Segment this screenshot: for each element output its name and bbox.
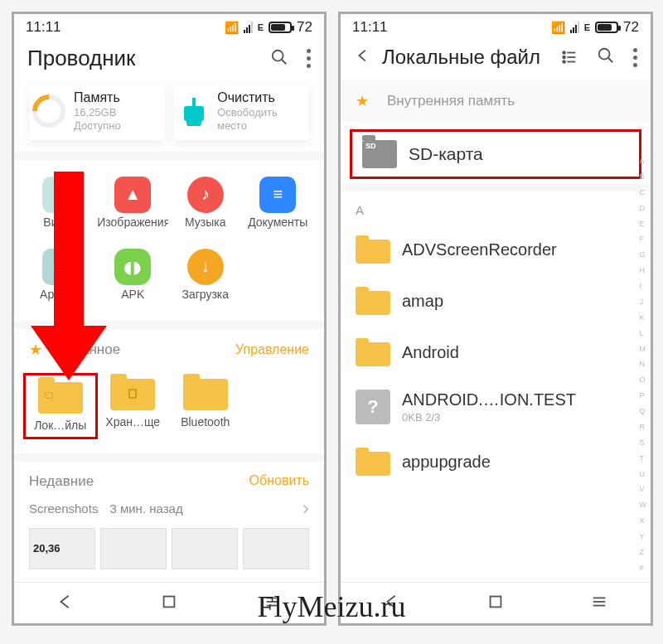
folder-row-android[interactable]: Android bbox=[341, 327, 651, 378]
svg-line-1 bbox=[282, 59, 287, 64]
clean-sub: Освободить место bbox=[217, 106, 306, 133]
cat-archives[interactable]: ⬚ Архивы bbox=[24, 249, 97, 301]
folder-row-amap[interactable]: amap bbox=[341, 275, 651, 327]
recent-refresh-button[interactable]: Обновить bbox=[249, 473, 309, 490]
fav-bar[interactable]: ★ Внутренняя память bbox=[341, 80, 651, 122]
music-icon: ♪ bbox=[187, 177, 224, 213]
images-icon: ▲ bbox=[114, 177, 151, 213]
folder-row-advscreenrecorder[interactable]: ADVScreenRecorder bbox=[341, 224, 651, 275]
sd-card-row[interactable]: SD SD-карта bbox=[347, 127, 644, 182]
nav-back-icon[interactable] bbox=[56, 593, 75, 614]
status-time: 11:11 bbox=[352, 19, 388, 36]
recent-thumbnails bbox=[14, 525, 324, 573]
file-row-android-test[interactable]: ? ANDROID.…ION.TEST 0KB 2/3 bbox=[341, 378, 651, 436]
status-bar: 11:11 E 72 bbox=[14, 14, 324, 37]
sd-label: SD-карта bbox=[409, 144, 483, 164]
search-icon[interactable] bbox=[270, 48, 288, 70]
folder-locked-icon bbox=[110, 374, 155, 410]
favorites-title: Избранное bbox=[49, 341, 235, 358]
list-icon[interactable] bbox=[560, 48, 578, 66]
more-icon[interactable] bbox=[633, 48, 637, 67]
fav-label-vault: Хран…ще bbox=[105, 415, 160, 429]
file-name: ADVScreenRecorder bbox=[402, 240, 636, 259]
thumbnail[interactable] bbox=[243, 528, 309, 569]
docs-icon: ≡ bbox=[259, 177, 296, 213]
apk-icon: ◖◗ bbox=[114, 249, 151, 285]
chevron-right-icon: › bbox=[302, 496, 309, 520]
nav-recent-icon[interactable] bbox=[590, 593, 608, 614]
more-icon[interactable] bbox=[307, 49, 311, 68]
svg-rect-14 bbox=[491, 596, 501, 607]
cat-music[interactable]: ♪ Музыка bbox=[169, 177, 242, 229]
svg-point-8 bbox=[563, 56, 565, 59]
fav-local-files[interactable]: Лок…йлы bbox=[24, 374, 97, 438]
svg-line-13 bbox=[608, 58, 613, 63]
thumbnail[interactable] bbox=[29, 528, 95, 569]
cat-apk[interactable]: ◖◗ APK bbox=[97, 249, 170, 301]
recent-group-name: Screenshots bbox=[29, 501, 98, 516]
alpha-index[interactable]: ABCDEFGHIJKLMNOPQRSTUVWXYZ# bbox=[638, 153, 649, 575]
nav-back-icon[interactable] bbox=[383, 593, 401, 614]
thumbnail[interactable] bbox=[172, 528, 238, 569]
back-icon[interactable] bbox=[354, 46, 372, 68]
cat-label-images: Изображения bbox=[97, 216, 168, 229]
search-icon[interactable] bbox=[597, 46, 615, 68]
star-icon: ★ bbox=[356, 92, 369, 110]
page-title: Проводник bbox=[27, 46, 270, 71]
recent-header: Недавние Обновить bbox=[14, 462, 324, 496]
folder-icon bbox=[356, 448, 390, 476]
nav-bar bbox=[14, 582, 324, 623]
fav-label-bt: Bluetooth bbox=[181, 415, 230, 429]
nav-home-icon[interactable] bbox=[486, 593, 505, 614]
cat-label-arch: Архивы bbox=[40, 288, 80, 301]
memory-sub: Доступно bbox=[74, 119, 121, 133]
cat-docs[interactable]: ≡ Документы bbox=[242, 177, 315, 229]
nav-recent-icon[interactable] bbox=[264, 593, 282, 614]
star-icon: ★ bbox=[29, 341, 42, 359]
cat-label-apk: APK bbox=[121, 288, 144, 301]
recent-row[interactable]: Screenshots 3 мин. назад › bbox=[14, 496, 324, 525]
storage-cards-row: Память 16,25GB Доступно Очистить Освобод… bbox=[14, 83, 324, 152]
recent-group-time: 3 мин. назад bbox=[109, 501, 182, 516]
favorites-manage-button[interactable]: Управление bbox=[235, 342, 309, 357]
svg-rect-2 bbox=[164, 596, 175, 607]
cat-label-dl: Загрузка bbox=[181, 288, 229, 301]
nav-bar bbox=[341, 582, 651, 623]
video-icon: ▶ bbox=[42, 177, 79, 213]
status-right: E 72 bbox=[551, 19, 639, 36]
favorites-header: ★ Избранное Управление bbox=[14, 329, 324, 370]
cat-label-video: Видео bbox=[43, 216, 77, 229]
signal-icon bbox=[244, 22, 253, 33]
cat-images[interactable]: ▲ Изображения bbox=[97, 177, 170, 229]
folder-icon bbox=[356, 338, 390, 366]
cat-label-docs: Документы bbox=[248, 216, 307, 229]
fav-vault[interactable]: Хран…ще bbox=[97, 374, 170, 438]
memory-label: Память bbox=[74, 90, 121, 106]
nav-home-icon[interactable] bbox=[160, 593, 178, 614]
favorites-grid: Лок…йлы Хран…ще Bluetooth bbox=[14, 370, 324, 453]
svg-point-0 bbox=[273, 50, 283, 61]
storage-clean-card[interactable]: Очистить Освободить место bbox=[174, 83, 309, 140]
file-name: Android bbox=[402, 343, 636, 362]
app-header: Локальные файл bbox=[341, 37, 651, 80]
fav-bar-label: Внутренняя память bbox=[387, 93, 515, 109]
thumbnail[interactable] bbox=[100, 528, 167, 569]
fav-label-local: Лок…йлы bbox=[34, 419, 86, 432]
status-right: E 72 bbox=[225, 19, 312, 36]
storage-memory-card[interactable]: Память 16,25GB Доступно bbox=[29, 83, 164, 140]
sd-folder-icon: SD bbox=[362, 140, 397, 168]
svg-point-6 bbox=[563, 51, 565, 54]
cat-downloads[interactable]: ↓ Загрузка bbox=[169, 249, 242, 301]
cat-label-music: Музыка bbox=[185, 216, 226, 229]
phone-screen-2: 11:11 E 72 Локальные файл ★ Внутренняя п… bbox=[338, 12, 653, 626]
fav-bluetooth[interactable]: Bluetooth bbox=[169, 374, 242, 438]
file-name: amap bbox=[402, 292, 636, 311]
unknown-file-icon: ? bbox=[356, 390, 390, 424]
section-header-a: A bbox=[341, 191, 651, 224]
cat-video[interactable]: ▶ Видео bbox=[24, 177, 97, 229]
memory-value: 16,25GB bbox=[74, 106, 121, 119]
folder-row-appupgrade[interactable]: appupgrade bbox=[341, 436, 651, 487]
recent-title: Недавние bbox=[29, 473, 249, 490]
folder-icon bbox=[356, 287, 390, 315]
wifi-icon bbox=[225, 19, 239, 36]
